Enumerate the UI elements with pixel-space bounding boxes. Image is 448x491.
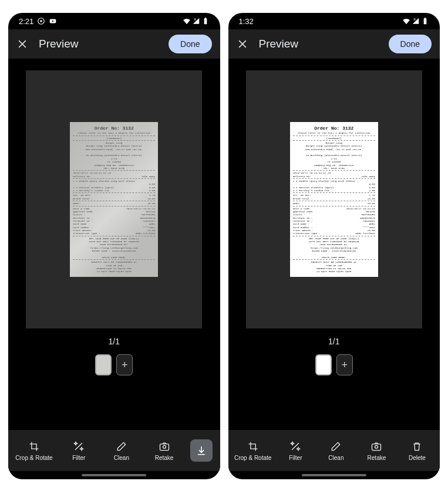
phone-right: 1:32 R Preview Done Order No: 3132 Pleas… (228, 13, 440, 479)
close-icon[interactable] (237, 38, 248, 50)
preview-area: Order No: 3132 Please refer to the last … (8, 59, 220, 430)
status-bar: 1:32 R (228, 13, 440, 29)
camera-icon (370, 441, 382, 452)
page-counter: 1/1 (328, 337, 339, 346)
download-icon (196, 445, 207, 456)
wifi-icon (402, 17, 410, 25)
order-no: Order No: 3132 (73, 126, 155, 131)
svg-text:R: R (194, 18, 196, 21)
download-button[interactable] (190, 439, 213, 462)
svg-point-7 (163, 445, 166, 448)
nav-bar (228, 471, 440, 479)
filter-button[interactable]: Filter (62, 441, 95, 461)
svg-point-12 (375, 445, 378, 448)
done-button[interactable]: Done (169, 35, 211, 53)
thumbnail-1[interactable] (315, 354, 332, 375)
thumbnail-strip: + (95, 354, 133, 375)
preview-area: Order No: 3132 Please refer to the last … (228, 59, 440, 430)
eraser-icon (330, 441, 342, 452)
bottom-toolbar: Crop & Rotate Filter Clean Retake (8, 430, 220, 471)
add-page-button[interactable]: + (116, 354, 133, 375)
svg-rect-10 (425, 18, 426, 18)
eraser-icon (116, 441, 127, 452)
crop-icon (28, 441, 40, 452)
crop-icon (247, 441, 259, 452)
filter-button[interactable]: Filter (279, 441, 312, 461)
battery-icon (421, 17, 429, 25)
clean-button[interactable]: Clean (319, 441, 352, 461)
delete-button[interactable]: Delete (400, 441, 433, 461)
crop-rotate-button[interactable]: Crop & Rotate (234, 441, 271, 461)
bottom-toolbar: Crop & Rotate Filter Clean Retake Delete (228, 430, 440, 471)
clock: 1:32 (239, 17, 254, 26)
magic-icon (73, 441, 85, 452)
thumbnail-1[interactable] (95, 354, 112, 375)
battery-icon (201, 17, 210, 25)
add-page-button[interactable]: + (336, 354, 353, 375)
header: Preview Done (8, 29, 220, 59)
svg-rect-9 (424, 18, 427, 24)
done-button[interactable]: Done (389, 35, 432, 53)
page-title: Preview (39, 38, 158, 50)
chrome-icon (37, 17, 45, 25)
svg-text:R: R (414, 18, 416, 21)
close-icon[interactable] (16, 38, 28, 50)
retake-button[interactable]: Retake (360, 441, 393, 461)
trash-icon (411, 441, 423, 452)
svg-point-1 (41, 20, 43, 22)
svg-rect-4 (204, 18, 207, 24)
svg-rect-5 (204, 18, 206, 18)
camera-icon (159, 441, 170, 452)
svg-rect-6 (160, 443, 169, 450)
wifi-icon (183, 17, 191, 25)
clock: 2:21 (19, 17, 33, 26)
magic-icon (289, 441, 301, 452)
clean-button[interactable]: Clean (105, 441, 138, 461)
thumbnail-strip: + (315, 354, 353, 375)
preview-frame[interactable]: Order No: 3132 Please refer to the last … (246, 70, 422, 329)
signal-icon: R (192, 17, 200, 25)
youtube-icon (49, 17, 57, 25)
phone-left: 2:21 R Preview Done Order No: 3132 Pleas… (8, 13, 220, 479)
nav-bar (8, 471, 220, 479)
preview-frame[interactable]: Order No: 3132 Please refer to the last … (26, 70, 202, 329)
status-bar: 2:21 R (8, 13, 220, 29)
page-title: Preview (259, 38, 378, 50)
signal-icon: R (412, 17, 420, 25)
scanned-receipt: Order No: 3132 Please refer to the last … (290, 122, 378, 276)
svg-rect-11 (372, 443, 381, 450)
order-no: Order No: 3132 (293, 126, 375, 131)
retake-button[interactable]: Retake (148, 441, 181, 461)
scanned-receipt: Order No: 3132 Please refer to the last … (70, 122, 158, 276)
header: Preview Done (228, 29, 440, 59)
crop-rotate-button[interactable]: Crop & Rotate (15, 441, 52, 461)
page-counter: 1/1 (109, 337, 120, 346)
